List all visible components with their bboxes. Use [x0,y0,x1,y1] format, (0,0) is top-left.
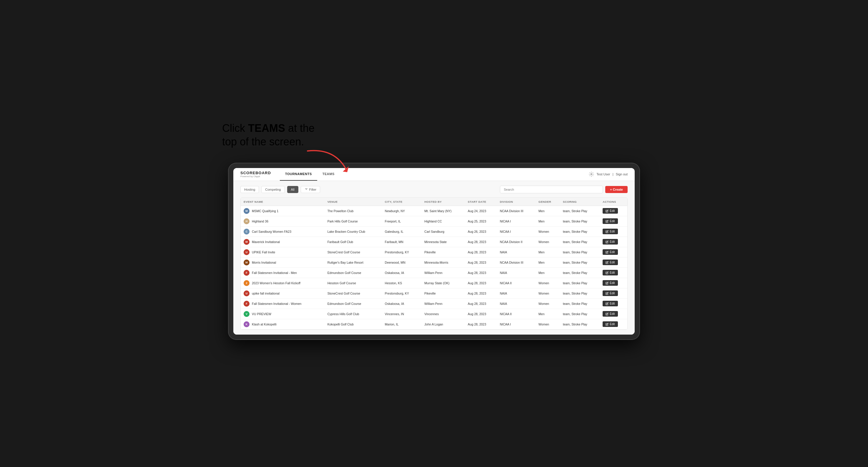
cell-city-state: Prestonsburg, KY [382,247,422,257]
tablet-screen: SCOREBOARD Powered by Clippit TOURNAMENT… [233,168,635,335]
edit-button[interactable]: Edit [602,301,618,306]
edit-button[interactable]: Edit [602,259,618,265]
team-icon: C [244,229,249,235]
edit-button[interactable]: Edit [602,218,618,224]
edit-button[interactable]: Edit [602,280,618,286]
instruction-before: Click [222,122,248,134]
hosting-filter-button[interactable]: Hosting [240,186,259,193]
tab-teams[interactable]: TEAMS [317,168,340,181]
main-content: Hosting Competing All Filter + [233,181,635,335]
event-name-text: Carl Sandburg Women FA23 [252,230,291,234]
cell-event-name: 2 2023 Women's Hesston Fall Kickoff [241,278,324,288]
cell-start-date: Aug 28, 2023 [465,237,497,247]
tab-tournaments[interactable]: TOURNAMENTS [280,168,317,181]
cell-division: NCAA Division III [497,206,535,216]
event-name-text: UPIKE Fall Invite [252,250,275,254]
competing-filter-button[interactable]: Competing [261,186,284,193]
cell-event-name: C Carl Sandburg Women FA23 [241,226,324,237]
cell-scoring: team, Stroke Play [560,257,600,268]
logo-sub: Powered by Clippit [240,175,271,178]
col-division: DIVISION [497,198,535,206]
edit-icon [606,323,609,326]
cell-city-state: Deerwood, MN [382,257,422,268]
instruction-text: Click TEAMS at thetop of the screen. [222,122,314,149]
cell-hosted-by: Carl Sandburg [421,226,465,237]
cell-venue: Hesston Golf Course [324,278,382,288]
edit-icon [606,302,609,305]
team-icon: V [244,311,249,317]
table-row: 2 2023 Women's Hesston Fall Kickoff Hess… [241,278,627,288]
team-icon: M [244,259,249,266]
table-row: F Fall Statesmen Invitational - Women Ed… [241,299,627,309]
all-filter-button[interactable]: All [287,186,298,193]
cell-scoring: team, Stroke Play [560,206,600,216]
cell-city-state: Prestonsburg, KY [382,288,422,299]
team-icon: F [244,301,249,307]
cell-gender: Women [535,319,560,329]
sign-out-link[interactable]: Sign out [616,173,628,176]
edit-button[interactable]: Edit [602,208,618,214]
cell-event-name: U UPIKE Fall Invite [241,247,324,257]
event-name-text: Fall Statesmen Invitational - Women [252,302,301,306]
create-button[interactable]: + Create [605,186,628,193]
cell-hosted-by: Highland CC [421,216,465,226]
edit-button[interactable]: Edit [602,229,618,234]
cell-event-name: H Highland 36 [241,216,324,226]
event-name-text: Highland 36 [252,220,268,223]
cell-start-date: Aug 24, 2023 [465,206,497,216]
cell-city-state: Newburgh, NY [382,206,422,216]
cell-city-state: Marion, IL [382,319,422,329]
cell-start-date: Aug 28, 2023 [465,299,497,309]
cell-start-date: Aug 28, 2023 [465,319,497,329]
table-row: K Klash at Kokopelli Kokopelli Golf Club… [241,319,627,329]
search-input[interactable] [500,186,603,193]
event-name-text: upike fall invitational [252,291,280,295]
search-box [500,186,603,193]
cell-hosted-by: Pikeville [421,247,465,257]
cell-hosted-by: Minnesota-Morris [421,257,465,268]
edit-button[interactable]: Edit [602,290,618,296]
settings-icon[interactable] [589,172,594,177]
cell-start-date: Aug 28, 2023 [465,268,497,278]
event-name-text: Klash at Kokopelli [252,322,276,326]
table-row: M Morris Invitational Ruttger's Bay Lake… [241,257,627,268]
cell-hosted-by: William Penn [421,268,465,278]
cell-scoring: team, Stroke Play [560,288,600,299]
col-event-name: EVENT NAME [241,198,324,206]
cell-event-name: M Morris Invitational [241,257,324,268]
cell-gender: Women [535,288,560,299]
nav-separator: | [613,173,614,176]
cell-actions: Edit [600,247,627,257]
cell-hosted-by: Vincennes [421,309,465,319]
filter-button[interactable]: Filter [301,186,320,193]
top-nav: SCOREBOARD Powered by Clippit TOURNAMENT… [233,168,635,181]
cell-city-state: Hesston, KS [382,278,422,288]
cell-venue: Lake Bracken Country Club [324,226,382,237]
cell-division: NCAA Division III [497,257,535,268]
edit-button[interactable]: Edit [602,321,618,327]
cell-gender: Men [535,206,560,216]
cell-division: NAIA [497,247,535,257]
col-hosted-by: HOSTED BY [421,198,465,206]
col-city-state: CITY, STATE [382,198,422,206]
cell-gender: Men [535,257,560,268]
edit-button[interactable]: Edit [602,311,618,317]
cell-actions: Edit [600,278,627,288]
cell-actions: Edit [600,237,627,247]
cell-gender: Men [535,309,560,319]
col-scoring: SCORING [560,198,600,206]
cell-actions: Edit [600,319,627,329]
edit-button[interactable]: Edit [602,239,618,245]
cell-actions: Edit [600,288,627,299]
col-venue: VENUE [324,198,382,206]
col-gender: GENDER [535,198,560,206]
edit-button[interactable]: Edit [602,270,618,275]
cell-city-state: Oskaloosa, IA [382,299,422,309]
edit-button[interactable]: Edit [602,249,618,255]
logo-area: SCOREBOARD Powered by Clippit [240,171,271,178]
cell-event-name: M Maverick Invitational [241,237,324,247]
cell-gender: Men [535,216,560,226]
cell-venue: Ruttger's Bay Lake Resort [324,257,382,268]
filter-label: Filter [309,188,316,191]
toolbar: Hosting Competing All Filter + [240,186,628,193]
